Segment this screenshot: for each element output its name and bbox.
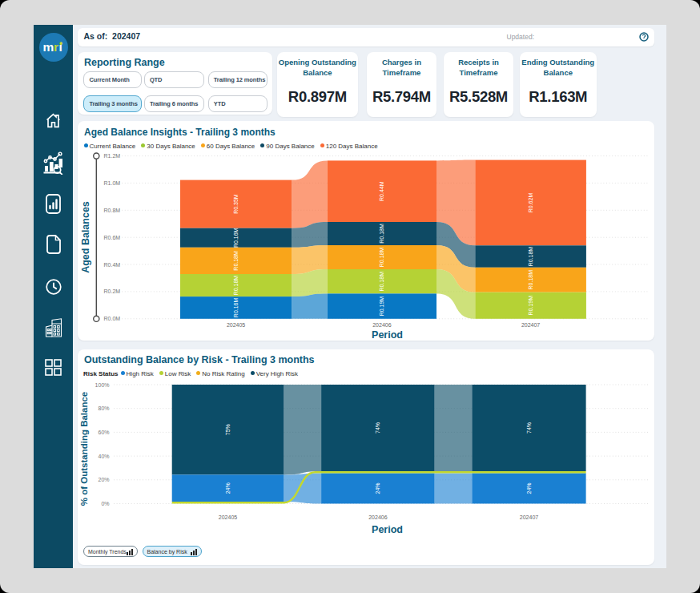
svg-text:R0.4M: R0.4M (103, 262, 120, 268)
svg-text:24%: 24% (225, 482, 231, 494)
svg-text:R0.6M: R0.6M (103, 235, 120, 240)
svg-text:202406: 202406 (368, 514, 387, 520)
svg-text:20%: 20% (98, 477, 109, 482)
svg-text:R0.18M: R0.18M (528, 270, 533, 290)
svg-text:R0.18M: R0.18M (528, 247, 533, 267)
svg-text:R0.18M: R0.18M (379, 224, 384, 244)
svg-text:R0.62M: R0.62M (528, 193, 533, 213)
svg-text:R0.18M: R0.18M (233, 276, 239, 296)
svg-text:R0.44M: R0.44M (379, 181, 384, 201)
svg-text:R0.8M: R0.8M (103, 208, 120, 213)
svg-text:74%: 74% (375, 422, 380, 434)
svg-text:R0.16M: R0.16M (233, 297, 239, 317)
svg-text:202407: 202407 (519, 514, 537, 520)
svg-text:202405: 202405 (226, 322, 244, 328)
svg-text:R0.35M: R0.35M (233, 194, 239, 214)
svg-text:R0.19M: R0.19M (379, 296, 384, 317)
svg-text:40%: 40% (98, 454, 109, 459)
svg-text:R0.19M: R0.19M (528, 296, 533, 316)
svg-text:R0.18M: R0.18M (379, 272, 384, 292)
svg-text:74%: 74% (526, 422, 532, 434)
svg-text:Period: Period (372, 329, 403, 341)
svg-text:% of Outstanding Balance: % of Outstanding Balance (79, 392, 89, 506)
svg-text:R0.2M: R0.2M (103, 288, 120, 294)
svg-text:24%: 24% (526, 482, 532, 494)
svg-text:202407: 202407 (521, 322, 539, 328)
svg-text:R0.18M: R0.18M (379, 248, 384, 268)
svg-text:0%: 0% (101, 501, 109, 506)
svg-text:80%: 80% (98, 405, 109, 411)
svg-text:R0.18M: R0.18M (233, 251, 239, 271)
svg-text:Period: Period (372, 524, 403, 535)
svg-text:Aged Balances: Aged Balances (80, 201, 91, 273)
svg-text:202406: 202406 (372, 322, 391, 328)
svg-text:75%: 75% (225, 424, 231, 435)
svg-text:24%: 24% (375, 482, 380, 494)
svg-text:R0.0M: R0.0M (103, 316, 120, 321)
svg-text:R1.0M: R1.0M (103, 180, 120, 186)
svg-text:202405: 202405 (218, 514, 236, 520)
svg-text:R0.16M: R0.16M (233, 228, 239, 248)
svg-text:60%: 60% (98, 430, 109, 435)
svg-text:R1.2M: R1.2M (103, 153, 120, 159)
svg-text:100%: 100% (95, 382, 109, 388)
